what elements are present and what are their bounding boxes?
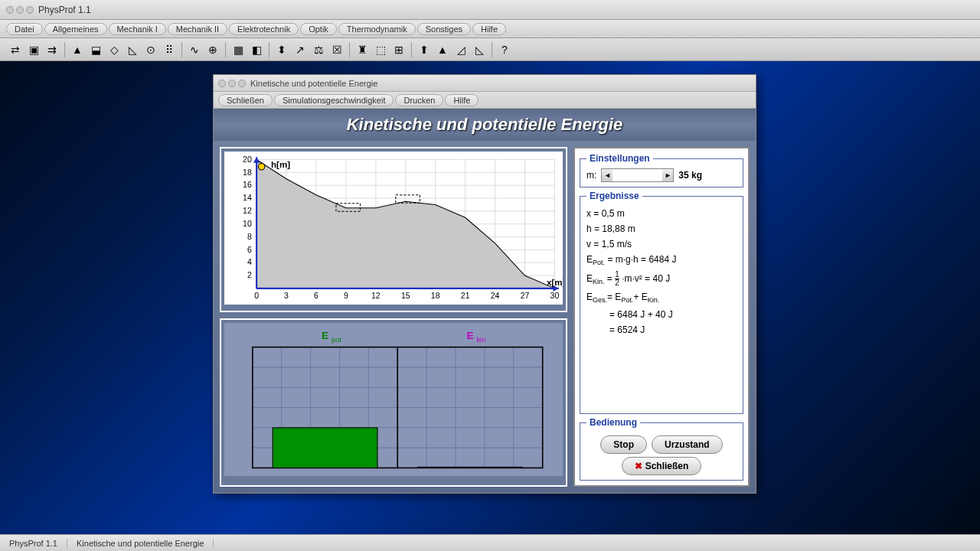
close-button[interactable]: ✖ Schließen xyxy=(622,457,702,475)
svg-text:kin: kin xyxy=(476,335,485,344)
svg-text:E: E xyxy=(466,330,473,341)
menu-hilfe[interactable]: Hilfe xyxy=(472,23,506,35)
toolbar-icon[interactable]: ▣ xyxy=(24,41,43,59)
child-menu-drucken[interactable]: Drucken xyxy=(395,94,443,106)
menu-sonstiges[interactable]: Sonstiges xyxy=(417,23,471,35)
result-eges-formula: EGes.= EPot.+ EKin. xyxy=(586,289,737,306)
mass-label: m: xyxy=(586,170,596,181)
menu-elektrotechnik[interactable]: Elektrotechnik xyxy=(229,23,299,35)
toolbar-icon[interactable]: ◧ xyxy=(247,41,266,59)
child-window: Kinetische und potentielle Energie Schli… xyxy=(213,74,756,494)
svg-text:6: 6 xyxy=(314,291,318,300)
results-fieldset: Ergebnisse x = 0,5 m h = 18,88 m v = 1,5… xyxy=(580,191,743,414)
toolbar-icon[interactable]: ⊙ xyxy=(142,41,160,59)
results-legend: Ergebnisse xyxy=(586,191,642,201)
height-plot: 0369121518212427302468101214161820h[m]x[… xyxy=(224,152,563,305)
toolbar-icon[interactable]: ⚖ xyxy=(309,41,328,59)
toolbar-icon[interactable]: ▲ xyxy=(433,41,452,59)
result-eges-total: = 6524 J xyxy=(586,322,737,337)
close-icon: ✖ xyxy=(635,461,642,471)
svg-text:14: 14 xyxy=(243,193,252,202)
child-menubar: SchließenSimulationsgeschwindigkeitDruck… xyxy=(214,92,756,109)
menu-mechanik ii[interactable]: Mechanik II xyxy=(168,23,227,35)
main-titlebar: PhysProf 1.1 xyxy=(0,0,980,20)
toolbar-icon[interactable]: ∿ xyxy=(185,41,204,59)
toolbar-icon[interactable]: ◺ xyxy=(123,41,142,59)
toolbar-icon[interactable]: ◿ xyxy=(452,41,470,59)
toolbar-icon[interactable]: ⬍ xyxy=(273,41,291,59)
slider-right-icon[interactable]: ► xyxy=(662,169,673,181)
svg-text:4: 4 xyxy=(247,257,252,266)
svg-text:10: 10 xyxy=(243,219,252,228)
toolbar-icon[interactable]: ⊕ xyxy=(204,41,222,59)
toolbar-icon[interactable]: ⬚ xyxy=(371,41,390,59)
menu-optik[interactable]: Optik xyxy=(300,23,337,35)
child-menu-simulationsgeschwindigkeit[interactable]: Simulationsgeschwindigkeit xyxy=(274,94,394,106)
svg-text:3: 3 xyxy=(284,291,289,300)
svg-text:30: 30 xyxy=(550,291,560,300)
child-titlebar: Kinetische und potentielle Energie xyxy=(214,75,756,92)
svg-text:2: 2 xyxy=(247,270,252,279)
settings-legend: Einstellungen xyxy=(586,153,653,164)
svg-text:18: 18 xyxy=(243,168,252,177)
toolbar-icon[interactable]: ♜ xyxy=(353,41,371,59)
reset-button[interactable]: Urzustand xyxy=(652,435,723,454)
toolbar-icon[interactable]: ⠿ xyxy=(160,41,178,59)
result-x: x = 0,5 m xyxy=(586,206,737,221)
status-module: Kinetische und potentielle Energie xyxy=(67,539,214,548)
svg-text:9: 9 xyxy=(344,291,348,300)
status-bar: PhysProf 1.1 Kinetische und potentielle … xyxy=(0,534,980,551)
svg-text:x[m]: x[m] xyxy=(547,278,563,287)
svg-text:20: 20 xyxy=(243,155,252,164)
window-dot[interactable] xyxy=(218,80,226,87)
svg-text:E: E xyxy=(322,330,328,341)
window-dot[interactable] xyxy=(16,6,24,14)
result-h: h = 18,88 m xyxy=(586,221,737,236)
mass-slider[interactable]: ◄ ► xyxy=(601,168,674,182)
svg-text:6: 6 xyxy=(247,245,252,254)
toolbar-icon[interactable]: ? xyxy=(495,41,514,59)
stop-button[interactable]: Stop xyxy=(600,435,647,454)
result-epot: EPot. = m·g·h = 6484 J xyxy=(586,252,737,269)
window-dot[interactable] xyxy=(26,6,34,14)
svg-text:15: 15 xyxy=(401,291,410,300)
svg-text:24: 24 xyxy=(491,291,500,300)
child-menu-hilfe[interactable]: Hilfe xyxy=(445,94,479,106)
controls-fieldset: Bedienung Stop Urzustand ✖ Schließen xyxy=(580,417,743,481)
settings-fieldset: Einstellungen m: ◄ ► 35 kg xyxy=(580,153,743,187)
window-dot[interactable] xyxy=(6,6,14,14)
height-plot-frame: 0369121518212427302468101214161820h[m]x[… xyxy=(220,147,567,312)
toolbar-icon[interactable]: ▲ xyxy=(68,41,87,59)
energy-bar-frame: EpotEkin xyxy=(220,318,567,487)
toolbar: ⇄▣⇉▲⬓◇◺⊙⠿∿⊕▦◧⬍↗⚖☒♜⬚⊞⬆▲◿◺? xyxy=(0,38,980,61)
toolbar-icon[interactable]: ▦ xyxy=(229,41,247,59)
svg-marker-45 xyxy=(253,157,260,162)
toolbar-icon[interactable]: ↗ xyxy=(291,41,309,59)
menu-mechanik i[interactable]: Mechanik I xyxy=(109,23,166,35)
toolbar-icon[interactable]: ◇ xyxy=(105,41,123,59)
toolbar-icon[interactable]: ⊞ xyxy=(390,41,408,59)
toolbar-icon[interactable]: ⇉ xyxy=(43,41,61,59)
menu-thermodynamik[interactable]: Thermodynamik xyxy=(338,23,416,35)
svg-rect-76 xyxy=(418,467,523,468)
svg-point-50 xyxy=(258,164,264,170)
menu-datei[interactable]: Datei xyxy=(6,23,43,35)
status-app: PhysProf 1.1 xyxy=(0,539,67,548)
slider-left-icon[interactable]: ◄ xyxy=(602,169,612,181)
window-dot[interactable] xyxy=(228,80,236,87)
page-heading: Kinetische und potentielle Energie xyxy=(214,109,756,141)
child-menu-schließen[interactable]: Schließen xyxy=(218,94,273,106)
toolbar-icon[interactable]: ◺ xyxy=(470,41,488,59)
toolbar-icon[interactable]: ⇄ xyxy=(6,41,24,59)
svg-text:0: 0 xyxy=(254,291,259,300)
toolbar-icon[interactable]: ⬓ xyxy=(87,41,105,59)
app-title: PhysProf 1.1 xyxy=(38,5,91,15)
toolbar-icon[interactable]: ⬆ xyxy=(415,41,433,59)
svg-text:16: 16 xyxy=(243,180,252,189)
toolbar-icon[interactable]: ☒ xyxy=(328,41,346,59)
svg-text:h[m]: h[m] xyxy=(271,160,290,169)
energy-bar-plot: EpotEkin xyxy=(224,323,563,476)
menu-allgemeines[interactable]: Allgemeines xyxy=(44,23,107,35)
result-v: v = 1,5 m/s xyxy=(586,236,737,252)
window-dot[interactable] xyxy=(238,80,246,87)
